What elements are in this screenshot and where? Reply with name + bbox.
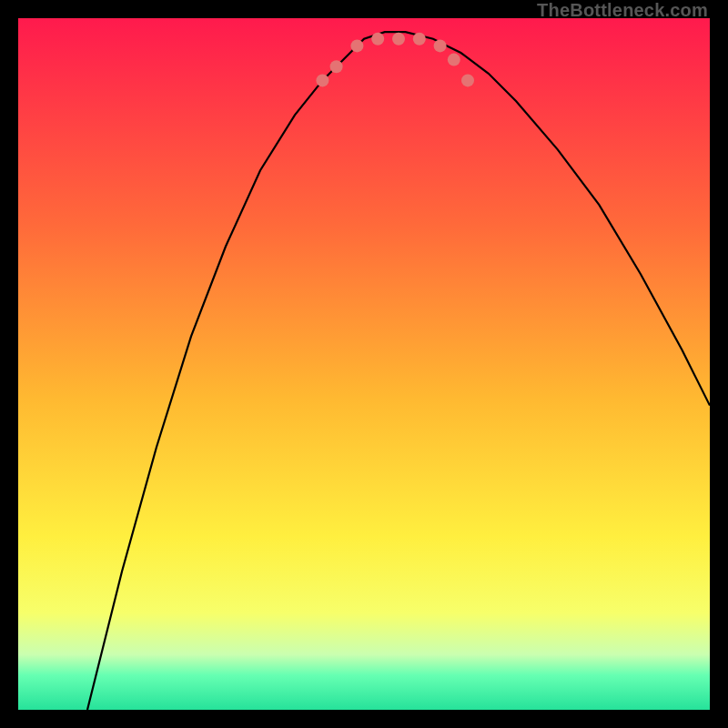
marker-dot [392,33,405,46]
bottleneck-plot [18,18,710,710]
marker-dot [350,39,363,52]
marker-dot [330,60,343,73]
gradient-background [18,18,710,710]
marker-dot [316,74,329,86]
marker-dot [461,74,474,86]
chart-frame [18,18,710,710]
marker-dot [448,54,460,66]
marker-dot [371,33,384,46]
marker-dot [434,39,447,52]
watermark-text: TheBottleneck.com [537,0,708,21]
marker-dot [413,33,426,46]
